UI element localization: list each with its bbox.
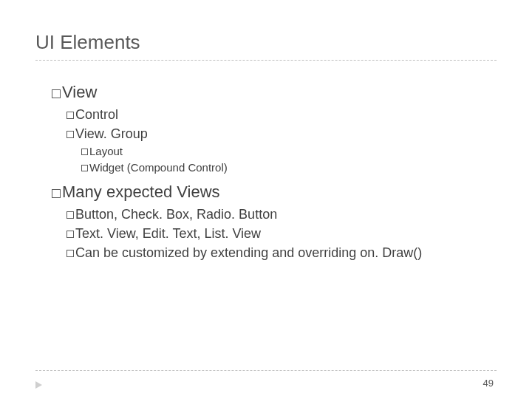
bullet-text: Widget (Compound Control) — [89, 161, 228, 174]
page-number: 49 — [483, 378, 494, 389]
bullet-viewgroup: View. Group — [66, 124, 497, 143]
square-bullet-icon — [66, 211, 74, 219]
bullet-text: View — [62, 83, 97, 101]
footer-divider — [35, 370, 497, 371]
bullet-many: Many expected Views — [52, 181, 497, 203]
bullet-text: Many expected Views — [62, 183, 220, 201]
square-bullet-icon — [66, 250, 74, 257]
bullet-text-line: Text. View, Edit. Text, List. View — [66, 224, 497, 243]
bullet-button-line: Button, Check. Box, Radio. Button — [66, 205, 497, 224]
bullet-view: View — [52, 81, 497, 103]
bullet-widget: Widget (Compound Control) — [81, 160, 497, 177]
bullet-text: Control — [75, 107, 118, 122]
bullet-text: View. Group — [75, 126, 148, 141]
square-bullet-icon — [66, 131, 74, 138]
bullet-text: Button, Check. Box, Radio. Button — [75, 207, 277, 222]
square-bullet-icon — [52, 189, 61, 198]
bullet-can-line: Can be customized by extending and overr… — [66, 243, 497, 262]
square-bullet-icon — [52, 89, 61, 98]
bullet-control: Control — [66, 105, 497, 124]
slide-content: View Control View. Group Layout Widget (… — [35, 81, 497, 262]
bullet-text: Layout — [89, 145, 123, 157]
square-bullet-icon — [81, 149, 88, 155]
square-bullet-icon — [66, 231, 74, 238]
square-bullet-icon — [66, 112, 74, 119]
square-bullet-icon — [81, 165, 88, 171]
bullet-text: Can be customized by extending and overr… — [75, 245, 422, 260]
footer-arrow-icon — [35, 381, 42, 389]
bullet-layout: Layout — [81, 143, 497, 160]
bullet-text: Text. View, Edit. Text, List. View — [75, 226, 261, 241]
title-divider — [35, 60, 497, 61]
slide-title: UI Elements — [35, 31, 497, 60]
